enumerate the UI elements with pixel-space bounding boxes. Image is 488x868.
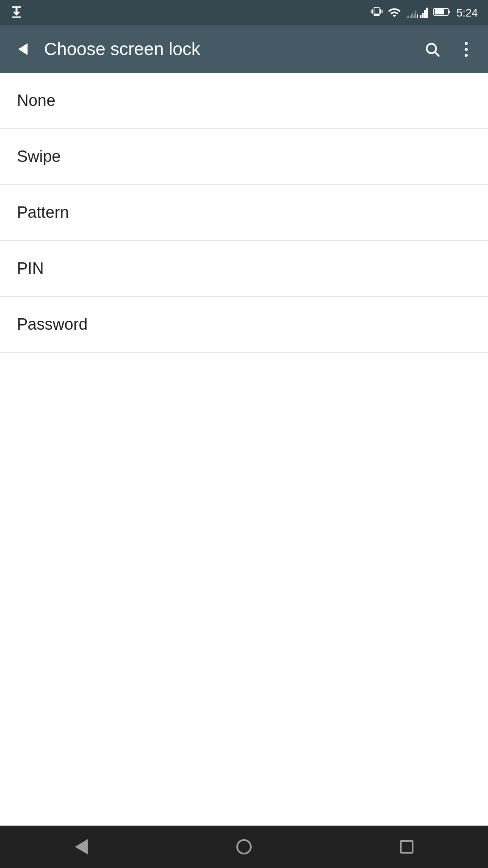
svg-rect-9 xyxy=(422,13,424,18)
nav-recents-button[interactable] xyxy=(390,830,424,864)
nav-recents-icon xyxy=(400,840,413,854)
signal-icon xyxy=(406,6,428,19)
list-item-pattern-label: Pattern xyxy=(17,203,69,222)
nav-back-icon xyxy=(75,839,88,854)
status-time: 5:24 xyxy=(456,6,478,19)
screen-lock-options-list: None Swipe Pattern PIN Password xyxy=(0,73,488,826)
list-item-password-label: Password xyxy=(17,315,88,334)
more-options-button[interactable] xyxy=(454,37,478,61)
app-bar: Choose screen lock xyxy=(0,25,488,73)
list-item-swipe-label: Swipe xyxy=(17,147,61,166)
status-bar-left xyxy=(10,6,23,19)
back-arrow-icon xyxy=(18,43,28,55)
svg-rect-8 xyxy=(420,15,421,18)
search-icon xyxy=(424,41,440,57)
app-bar-actions xyxy=(420,37,478,61)
svg-rect-14 xyxy=(435,9,444,14)
status-bar: 5:24 xyxy=(0,0,488,25)
search-button[interactable] xyxy=(420,37,444,61)
more-options-icon xyxy=(465,42,468,57)
svg-rect-13 xyxy=(448,11,450,13)
back-button[interactable] xyxy=(10,36,36,62)
svg-rect-11 xyxy=(426,8,428,18)
battery-icon xyxy=(433,7,451,19)
svg-line-16 xyxy=(435,52,439,56)
nav-back-button[interactable] xyxy=(64,830,98,864)
status-bar-right: 5:24 xyxy=(371,6,478,20)
list-item-none[interactable]: None xyxy=(0,73,488,129)
svg-rect-10 xyxy=(424,10,426,18)
page-title: Choose screen lock xyxy=(44,39,420,59)
list-item-none-label: None xyxy=(17,92,55,110)
list-item-pin[interactable]: PIN xyxy=(0,241,488,297)
wifi-icon xyxy=(388,6,401,20)
list-item-password[interactable]: Password xyxy=(0,297,488,353)
list-item-swipe[interactable]: Swipe xyxy=(0,129,488,185)
vibrate-icon xyxy=(371,6,383,20)
svg-rect-0 xyxy=(12,6,21,8)
svg-rect-3 xyxy=(12,17,21,18)
list-item-pin-label: PIN xyxy=(17,259,44,278)
svg-marker-2 xyxy=(13,12,20,16)
download-icon xyxy=(10,6,23,19)
nav-home-button[interactable] xyxy=(227,830,261,864)
list-item-pattern[interactable]: Pattern xyxy=(0,185,488,241)
nav-bar xyxy=(0,826,488,868)
nav-home-icon xyxy=(236,839,252,854)
